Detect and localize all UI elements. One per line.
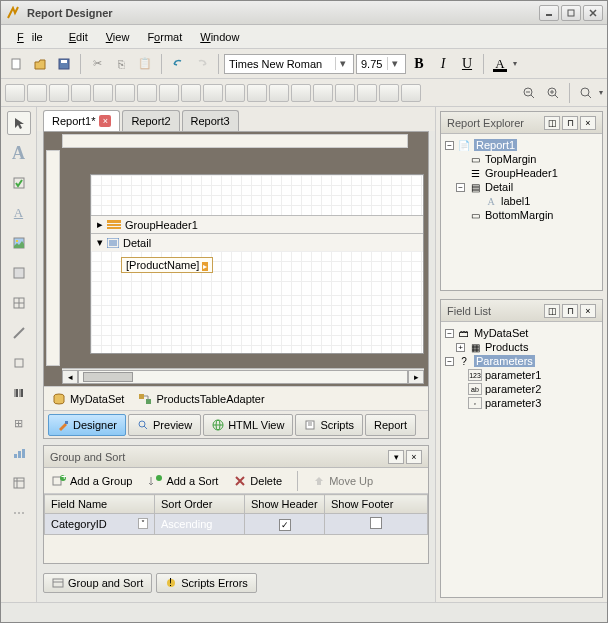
dropdown-icon[interactable]: ▾ (387, 57, 401, 70)
pivot-tool[interactable] (7, 471, 31, 495)
barcode-tool[interactable] (7, 381, 31, 405)
groupheader-band-header[interactable]: ▸ GroupHeader1 (91, 215, 423, 233)
scroll-thumb[interactable] (83, 372, 133, 382)
underline-button[interactable]: U (456, 53, 478, 75)
tree-node-groupheader[interactable]: ☰GroupHeader1 (445, 166, 598, 180)
moveup-button[interactable]: Move Up (309, 473, 377, 489)
collapse-icon[interactable]: − (456, 183, 465, 192)
tree-node-parameter3[interactable]: ◦parameter3 (445, 396, 598, 410)
tree-node-report1[interactable]: −📄Report1 (445, 138, 598, 152)
tree-node-parameter1[interactable]: 123parameter1 (445, 368, 598, 382)
align-tool[interactable] (49, 84, 69, 102)
chart-tool[interactable] (7, 441, 31, 465)
expand-icon[interactable]: ▸ (97, 218, 103, 231)
tree-node-mydataset[interactable]: −🗃MyDataSet (445, 326, 598, 340)
close-button[interactable] (583, 5, 603, 21)
close-tab-icon[interactable]: × (99, 115, 111, 127)
col-showheader[interactable]: Show Header (245, 495, 325, 514)
tree-node-detail[interactable]: −▤Detail (445, 180, 598, 194)
bottomtab-scriptserrors[interactable]: ! Scripts Errors (156, 573, 257, 593)
delete-button[interactable]: Delete (230, 473, 286, 489)
menu-view[interactable]: View (98, 28, 138, 46)
zoom-out-button[interactable] (518, 82, 540, 104)
expand-icon[interactable]: + (456, 343, 465, 352)
align-tool[interactable] (313, 84, 333, 102)
viewtab-report[interactable]: Report (365, 414, 416, 436)
tree-node-topmargin[interactable]: ▭TopMargin (445, 152, 598, 166)
panel-pin-button[interactable]: ⊓ (562, 116, 578, 130)
redo-button[interactable] (191, 53, 213, 75)
collapse-icon[interactable]: − (445, 357, 454, 366)
dropdown-icon[interactable]: ▾ (335, 57, 349, 70)
align-tool[interactable] (335, 84, 355, 102)
align-tool[interactable] (137, 84, 157, 102)
zoom-button[interactable] (575, 82, 597, 104)
viewtab-designer[interactable]: Designer (48, 414, 126, 436)
checkbox-tool[interactable] (7, 171, 31, 195)
tree-node-label1[interactable]: Alabel1 (445, 194, 598, 208)
tree-node-parameter2[interactable]: abparameter2 (445, 382, 598, 396)
panel-window-button[interactable]: ◫ (544, 116, 560, 130)
align-tool[interactable] (401, 84, 421, 102)
showfooter-checkbox[interactable] (370, 517, 382, 529)
align-tool[interactable] (247, 84, 267, 102)
tree-node-bottommargin[interactable]: ▭BottomMargin (445, 208, 598, 222)
bottomtab-groupsort[interactable]: Group and Sort (43, 573, 152, 593)
zipcode-tool[interactable]: ⊞ (7, 411, 31, 435)
table-row[interactable]: CategoryID ˅ Ascending ✓ (45, 514, 428, 535)
tab-report1[interactable]: Report1* × (43, 110, 120, 131)
align-tool[interactable] (357, 84, 377, 102)
pointer-tool[interactable] (7, 111, 31, 135)
picturebox-tool[interactable] (7, 231, 31, 255)
tree-node-products[interactable]: +▦Products (445, 340, 598, 354)
font-size-combo[interactable]: 9.75 ▾ (356, 54, 406, 74)
panel-close-button[interactable]: × (580, 116, 596, 130)
scroll-left-button[interactable]: ◂ (62, 370, 78, 384)
report-canvas[interactable]: ▸ GroupHeader1 ▾ Detail [ProductName] (90, 174, 424, 354)
cut-button[interactable]: ✂ (86, 53, 108, 75)
panel-close-button[interactable]: × (580, 304, 596, 318)
align-tool[interactable] (225, 84, 245, 102)
align-tool[interactable] (115, 84, 135, 102)
align-tool[interactable] (379, 84, 399, 102)
copy-button[interactable]: ⎘ (110, 53, 132, 75)
line-tool[interactable] (7, 321, 31, 345)
dataset-item[interactable]: MyDataSet (52, 393, 124, 405)
font-color-dropdown[interactable]: ▾ (513, 59, 517, 68)
add-sort-button[interactable]: Add a Sort (144, 473, 222, 489)
col-showfooter[interactable]: Show Footer (325, 495, 428, 514)
align-tool[interactable] (269, 84, 289, 102)
col-fieldname[interactable]: Field Name (45, 495, 155, 514)
menu-file[interactable]: File (9, 28, 59, 46)
detail-band-header[interactable]: ▾ Detail (91, 233, 423, 251)
tab-report3[interactable]: Report3 (182, 110, 239, 131)
menu-window[interactable]: Window (192, 28, 247, 46)
paste-button[interactable]: 📋 (134, 53, 156, 75)
panel-tool[interactable] (7, 261, 31, 285)
panel-close-button[interactable]: × (406, 450, 422, 464)
tableadapter-item[interactable]: ProductsTableAdapter (138, 393, 264, 405)
align-tool[interactable] (159, 84, 179, 102)
field-dropdown[interactable]: ˅ (138, 518, 148, 529)
maximize-button[interactable] (561, 5, 581, 21)
table-tool[interactable] (7, 291, 31, 315)
font-family-combo[interactable]: Times New Roman ▾ (224, 54, 354, 74)
undo-button[interactable] (167, 53, 189, 75)
zoom-dropdown[interactable]: ▾ (599, 88, 603, 97)
zoom-in-button[interactable] (542, 82, 564, 104)
shape-tool[interactable] (7, 351, 31, 375)
align-tool[interactable] (203, 84, 223, 102)
align-tool[interactable] (93, 84, 113, 102)
save-button[interactable] (53, 53, 75, 75)
bold-button[interactable]: B (408, 53, 430, 75)
italic-button[interactable]: I (432, 53, 454, 75)
panel-window-button[interactable]: ◫ (544, 304, 560, 318)
horizontal-scrollbar[interactable]: ◂ ▸ (62, 368, 424, 384)
open-button[interactable] (29, 53, 51, 75)
collapse-icon[interactable]: − (445, 141, 454, 150)
align-tool[interactable] (181, 84, 201, 102)
col-sortorder[interactable]: Sort Order (155, 495, 245, 514)
viewtab-preview[interactable]: Preview (128, 414, 201, 436)
minimize-button[interactable] (539, 5, 559, 21)
panel-menu-button[interactable]: ▾ (388, 450, 404, 464)
